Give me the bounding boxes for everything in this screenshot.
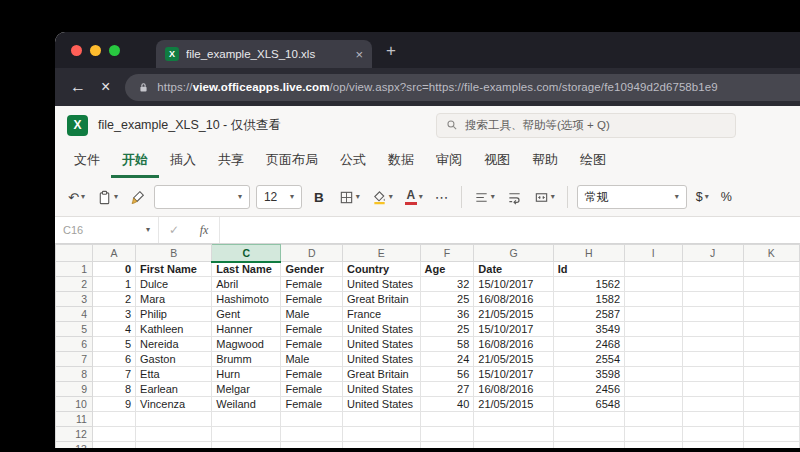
name-box[interactable]: C16 ▾ xyxy=(55,217,159,243)
cell-B4[interactable]: Philip xyxy=(136,307,212,322)
cell-A3[interactable]: 2 xyxy=(92,292,135,307)
col-header-E[interactable]: E xyxy=(342,245,420,262)
bold-button[interactable]: B xyxy=(308,184,330,210)
cell-J9[interactable] xyxy=(682,382,743,397)
cell-D5[interactable]: Female xyxy=(281,322,343,337)
close-tab-icon[interactable]: × xyxy=(355,47,363,62)
row-header-6[interactable]: 6 xyxy=(56,337,93,352)
cell-J6[interactable] xyxy=(682,337,743,352)
cell-A1[interactable]: 0 xyxy=(92,262,135,277)
cell-D4[interactable]: Male xyxy=(281,307,343,322)
row-header-1[interactable]: 1 xyxy=(56,262,93,277)
cell-J7[interactable] xyxy=(682,352,743,367)
cell-K3[interactable] xyxy=(743,292,799,307)
cell-J3[interactable] xyxy=(682,292,743,307)
cell-H13[interactable] xyxy=(553,442,624,449)
cell-E9[interactable]: United States xyxy=(342,382,420,397)
cell-J2[interactable] xyxy=(682,277,743,292)
cell-C6[interactable]: Magwood xyxy=(212,337,281,352)
cell-B3[interactable]: Mara xyxy=(136,292,212,307)
cell-A9[interactable]: 8 xyxy=(92,382,135,397)
cell-I11[interactable] xyxy=(625,412,683,427)
row-header-5[interactable]: 5 xyxy=(56,322,93,337)
percent-format-button[interactable]: % xyxy=(718,184,735,210)
cell-B10[interactable]: Vincenza xyxy=(136,397,212,412)
cell-C8[interactable]: Hurn xyxy=(212,367,281,382)
menu-formulas[interactable]: 公式 xyxy=(329,144,377,178)
cell-J8[interactable] xyxy=(682,367,743,382)
cell-F5[interactable]: 25 xyxy=(420,322,474,337)
fill-color-button[interactable]: ▾ xyxy=(369,184,396,210)
col-header-A[interactable]: A xyxy=(92,245,135,262)
cell-H9[interactable]: 2456 xyxy=(553,382,624,397)
cell-K9[interactable] xyxy=(743,382,799,397)
menu-help[interactable]: 帮助 xyxy=(521,144,569,178)
cell-K4[interactable] xyxy=(743,307,799,322)
cell-F12[interactable] xyxy=(420,427,474,442)
cell-F1[interactable]: Age xyxy=(420,262,474,277)
cell-E1[interactable]: Country xyxy=(342,262,420,277)
cell-G5[interactable]: 15/10/2017 xyxy=(474,322,553,337)
paste-button[interactable]: ▾ xyxy=(94,184,121,210)
cell-C10[interactable]: Weiland xyxy=(212,397,281,412)
cell-J12[interactable] xyxy=(682,427,743,442)
cell-A5[interactable]: 4 xyxy=(92,322,135,337)
cell-F13[interactable] xyxy=(420,442,474,449)
currency-format-button[interactable]: $ ▾ xyxy=(693,184,712,210)
menu-home[interactable]: 开始 xyxy=(111,144,159,178)
cell-A8[interactable]: 7 xyxy=(92,367,135,382)
cell-I12[interactable] xyxy=(625,427,683,442)
menu-data[interactable]: 数据 xyxy=(377,144,425,178)
wrap-text-button[interactable] xyxy=(504,184,525,210)
cell-D13[interactable] xyxy=(281,442,343,449)
cell-C2[interactable]: Abril xyxy=(212,277,281,292)
cell-K12[interactable] xyxy=(743,427,799,442)
number-format-select[interactable]: 常规 ▾ xyxy=(577,185,687,209)
cell-K13[interactable] xyxy=(743,442,799,449)
font-size-select[interactable]: 12 ▾ xyxy=(256,185,302,209)
cell-G1[interactable]: Date xyxy=(474,262,553,277)
cell-C11[interactable] xyxy=(212,412,281,427)
cell-K2[interactable] xyxy=(743,277,799,292)
cell-B13[interactable] xyxy=(136,442,212,449)
browser-tab[interactable]: X file_example_XLS_10.xls × xyxy=(156,40,372,68)
menu-share[interactable]: 共享 xyxy=(207,144,255,178)
cell-F10[interactable]: 40 xyxy=(420,397,474,412)
cell-I4[interactable] xyxy=(625,307,683,322)
cell-H1[interactable]: Id xyxy=(553,262,624,277)
select-all-corner[interactable] xyxy=(56,245,93,262)
cell-E13[interactable] xyxy=(342,442,420,449)
cell-K5[interactable] xyxy=(743,322,799,337)
cell-A4[interactable]: 3 xyxy=(92,307,135,322)
minimize-window-button[interactable] xyxy=(90,45,101,56)
undo-button[interactable]: ↶ ▾ xyxy=(65,184,88,210)
row-header-8[interactable]: 8 xyxy=(56,367,93,382)
cell-E12[interactable] xyxy=(342,427,420,442)
cell-D2[interactable]: Female xyxy=(281,277,343,292)
cell-B5[interactable]: Kathleen xyxy=(136,322,212,337)
row-header-4[interactable]: 4 xyxy=(56,307,93,322)
menu-file[interactable]: 文件 xyxy=(63,144,111,178)
cell-F6[interactable]: 58 xyxy=(420,337,474,352)
col-header-G[interactable]: G xyxy=(474,245,553,262)
cell-F8[interactable]: 56 xyxy=(420,367,474,382)
cell-A13[interactable] xyxy=(92,442,135,449)
cell-J5[interactable] xyxy=(682,322,743,337)
more-options-button[interactable]: ⋯ xyxy=(432,184,452,210)
cell-K1[interactable] xyxy=(743,262,799,277)
row-header-3[interactable]: 3 xyxy=(56,292,93,307)
insert-function-icon[interactable]: fx xyxy=(189,217,220,243)
enter-check-icon[interactable]: ✓ xyxy=(159,217,189,243)
cell-J4[interactable] xyxy=(682,307,743,322)
cell-D11[interactable] xyxy=(281,412,343,427)
cell-H6[interactable]: 2468 xyxy=(553,337,624,352)
cell-G10[interactable]: 21/05/2015 xyxy=(474,397,553,412)
col-header-H[interactable]: H xyxy=(553,245,624,262)
cell-D7[interactable]: Male xyxy=(281,352,343,367)
row-header-10[interactable]: 10 xyxy=(56,397,93,412)
row-header-9[interactable]: 9 xyxy=(56,382,93,397)
col-header-B[interactable]: B xyxy=(136,245,212,262)
cell-I5[interactable] xyxy=(625,322,683,337)
menu-draw[interactable]: 绘图 xyxy=(569,144,617,178)
formula-input[interactable] xyxy=(220,217,800,243)
